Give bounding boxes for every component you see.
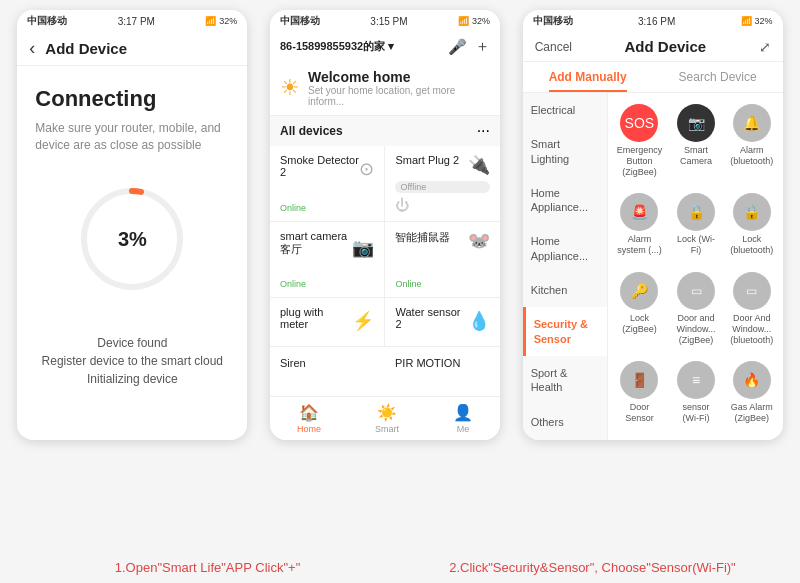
topbar-2: 86-15899855932的家 ▾ 🎤 ＋	[270, 32, 500, 61]
device-type-door-bt[interactable]: ▭ Door And Window... (bluetooth)	[726, 266, 778, 351]
alarm-sys-icon: 🚨	[620, 193, 658, 231]
device-type-lock-wifi[interactable]: 🔒 Lock (Wi-Fi)	[670, 187, 722, 262]
devices-grid: Smoke Detector 2⊙ Online Smart Plug 2🔌 O…	[270, 146, 500, 346]
smart-icon: ☀️	[377, 403, 397, 422]
nav-me[interactable]: 👤 Me	[453, 403, 473, 434]
nav-bar-1: ‹ Add Device	[17, 32, 247, 66]
device-type-lock-zigbee[interactable]: 🔑 Lock (ZigBee)	[613, 266, 667, 351]
lock-bt-icon: 🔒	[733, 193, 771, 231]
connecting-title: Connecting	[35, 86, 156, 112]
pir-card[interactable]: PIR MOTION	[385, 349, 500, 394]
carrier-1: 中国移动	[27, 14, 67, 28]
progress-container: 3%	[35, 184, 229, 294]
emergency-icon: SOS	[620, 104, 658, 142]
tab-bar: Add Manually Search Device	[523, 62, 783, 93]
category-home-appliance2[interactable]: Home Appliance...	[523, 224, 607, 273]
device-type-gas-alarm[interactable]: 🔥 Gas Alarm (ZigBee)	[726, 355, 778, 430]
tab-search-device[interactable]: Search Device	[653, 62, 783, 92]
screen2-home: 中国移动 3:15 PM 📶 32% 86-15899855932的家 ▾ 🎤 …	[270, 10, 500, 440]
lock-wifi-icon: 🔒	[677, 193, 715, 231]
welcome-title: Welcome home	[308, 69, 490, 85]
device-type-alarm-sys[interactable]: 🚨 Alarm system (...)	[613, 187, 667, 262]
power-icon: ⏻	[395, 197, 490, 213]
device-found-section: Device foundRegister device to the smart…	[35, 334, 229, 388]
progress-label: 3%	[118, 227, 147, 250]
device-card[interactable]: Smoke Detector 2⊙ Online	[270, 146, 385, 221]
nav-title-3: Add Device	[624, 38, 706, 55]
door-bt-icon: ▭	[733, 272, 771, 310]
expand-icon[interactable]: ⤢	[759, 39, 771, 55]
status-bar-1: 中国移动 3:17 PM 📶 32%	[17, 10, 247, 32]
back-button-1[interactable]: ‹	[29, 38, 35, 59]
device-type-camera[interactable]: 📷 Smart Camera	[670, 98, 722, 183]
home-icon: 🏠	[299, 403, 319, 422]
device-card[interactable]: smart camera客厅📷 Online	[270, 222, 385, 297]
add-device-icon[interactable]: ＋	[475, 37, 490, 56]
device-type-flooding[interactable]: 💧 Flooding...	[613, 434, 667, 440]
time-3: 3:16 PM	[638, 16, 675, 27]
screen3-nav: Cancel Add Device ⤢	[523, 32, 783, 62]
cancel-button[interactable]: Cancel	[535, 40, 572, 54]
home-selector[interactable]: 86-15899855932的家 ▾	[280, 39, 394, 54]
bottom-nav: 🏠 Home ☀️ Smart 👤 Me	[270, 396, 500, 440]
category-lighting[interactable]: Smart Lighting	[523, 127, 607, 176]
mic-icon[interactable]: 🎤	[448, 38, 467, 56]
welcome-text: Welcome home Set your home location, get…	[308, 69, 490, 107]
instruction-1: 1.Open"Smart Life"APP Click"+"	[15, 560, 400, 575]
door-zigbee-icon: ▭	[677, 272, 715, 310]
device-type-door-zigbee[interactable]: ▭ Door and Window... (ZigBee)	[670, 266, 722, 351]
more-icon[interactable]: ···	[477, 122, 490, 140]
sun-icon: ☀	[280, 75, 300, 101]
wifi-icon-3: 📶	[741, 16, 752, 26]
screen3-add-device: 中国移动 3:16 PM 📶 32% Cancel Add Device ⤢ A…	[523, 10, 783, 440]
all-devices-label: All devices	[280, 124, 343, 138]
device-found-text: Device foundRegister device to the smart…	[42, 334, 223, 388]
progress-circle: 3%	[77, 184, 187, 294]
connecting-body: Connecting Make sure your router, mobile…	[17, 66, 247, 436]
siren-card[interactable]: Siren	[270, 349, 385, 394]
carrier-2: 中国移动	[280, 14, 320, 28]
device-card[interactable]: Smart Plug 2🔌 Offline ⏻	[385, 146, 500, 221]
status-bar-3: 中国移动 3:16 PM 📶 32%	[523, 10, 783, 32]
carrier-3: 中国移动	[533, 14, 573, 28]
device-type-door-sensor[interactable]: 🚪 Door Sensor	[613, 355, 667, 430]
device-type-misc[interactable]: 🔧 ...	[726, 434, 778, 440]
category-electrical[interactable]: Electrical	[523, 93, 607, 127]
device-card[interactable]: 智能捕鼠器🐭 Online	[385, 222, 500, 297]
category-others[interactable]: Others	[523, 405, 607, 439]
me-icon: 👤	[453, 403, 473, 422]
add-device-content: Electrical Smart Lighting Home Appliance…	[523, 93, 783, 440]
tab-add-manually[interactable]: Add Manually	[523, 62, 653, 92]
device-type-co-alarm[interactable]: ⚠ CO Alarm...	[670, 434, 722, 440]
screen1-connecting: 中国移动 3:17 PM 📶 32% ‹ Add Device Connecti…	[17, 10, 247, 440]
device-type-emergency[interactable]: SOS Emergency Button (ZigBee)	[613, 98, 667, 183]
signal-3: 📶 32%	[741, 16, 773, 26]
welcome-subtitle: Set your home location, get more inform.…	[308, 85, 490, 107]
all-devices-header: All devices ···	[270, 116, 500, 146]
categories-list: Electrical Smart Lighting Home Appliance…	[523, 93, 608, 440]
devices-panel: SOS Emergency Button (ZigBee) 📷 Smart Ca…	[608, 93, 783, 440]
nav-home[interactable]: 🏠 Home	[297, 403, 321, 434]
device-card[interactable]: plug with meter⚡ Offline	[270, 298, 385, 346]
time-2: 3:15 PM	[370, 16, 407, 27]
device-type-lock-bt[interactable]: 🔒 Lock (bluetooth)	[726, 187, 778, 262]
category-security[interactable]: Security & Sensor	[523, 307, 607, 356]
camera-icon: 📷	[677, 104, 715, 142]
category-sport[interactable]: Sport & Health	[523, 356, 607, 405]
wifi-icon-2: 📶	[458, 16, 469, 26]
device-type-sensor-wifi[interactable]: ≡ sensor (Wi-Fi)	[670, 355, 722, 430]
category-kitchen[interactable]: Kitchen	[523, 273, 607, 307]
device-type-alarm-bt[interactable]: 🔔 Alarm (bluetooth)	[726, 98, 778, 183]
gas-alarm-icon: 🔥	[733, 361, 771, 399]
sensor-wifi-icon: ≡	[677, 361, 715, 399]
signal-2: 📶 32%	[458, 16, 490, 26]
nav-title-1: Add Device	[45, 40, 127, 57]
devices-icons-grid: SOS Emergency Button (ZigBee) 📷 Smart Ca…	[613, 98, 778, 440]
alarm-bt-icon: 🔔	[733, 104, 771, 142]
connecting-subtitle: Make sure your router, mobile, and devic…	[35, 120, 229, 154]
chevron-down-icon: ▾	[388, 40, 394, 53]
device-card[interactable]: Water sensor 2💧 Online	[385, 298, 500, 346]
category-home-appliance1[interactable]: Home Appliance...	[523, 176, 607, 225]
nav-smart[interactable]: ☀️ Smart	[375, 403, 399, 434]
lock-zigbee-icon: 🔑	[620, 272, 658, 310]
